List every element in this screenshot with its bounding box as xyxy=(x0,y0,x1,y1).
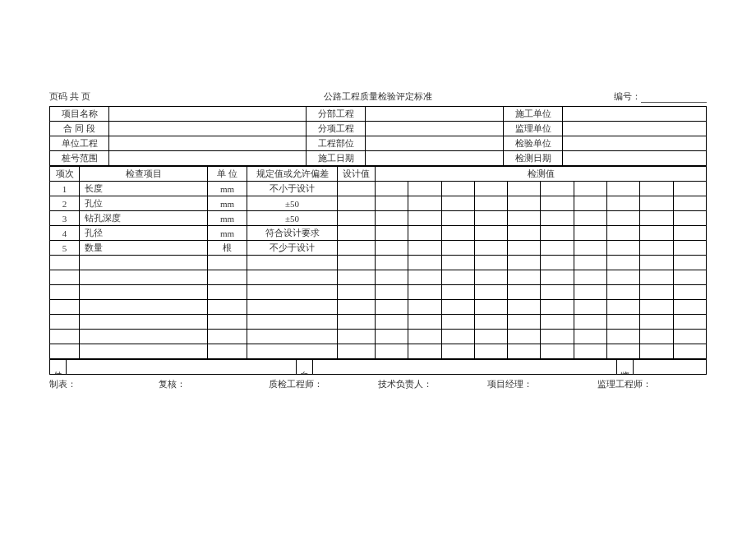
cell xyxy=(338,226,376,241)
cell xyxy=(640,330,673,344)
cell xyxy=(508,270,541,285)
page-code: 页码 共 页 xyxy=(49,90,197,103)
cell xyxy=(441,241,474,256)
table-row xyxy=(50,285,707,300)
cell xyxy=(607,315,640,330)
table-row: 3钻孔深度mm±50 xyxy=(50,211,707,226)
cell: 钻孔深度 xyxy=(80,211,208,226)
cell xyxy=(640,256,673,270)
cell: ±50 xyxy=(247,196,338,211)
cell xyxy=(338,256,376,270)
cell xyxy=(441,285,474,300)
cell xyxy=(607,226,640,241)
cell xyxy=(541,256,574,270)
cell xyxy=(574,256,606,270)
table-row xyxy=(50,344,707,359)
cell xyxy=(640,270,673,285)
cell xyxy=(376,211,408,226)
cell xyxy=(508,256,541,270)
cell xyxy=(541,315,574,330)
cell xyxy=(508,211,541,226)
cell xyxy=(640,182,673,196)
cell xyxy=(50,315,80,330)
serial-blank xyxy=(641,93,707,103)
cell xyxy=(508,196,541,211)
cell xyxy=(574,315,606,330)
cell xyxy=(376,196,408,211)
cell xyxy=(640,196,673,211)
cell xyxy=(508,315,541,330)
cell: 3 xyxy=(50,211,80,226)
cell xyxy=(441,211,474,226)
cell xyxy=(338,315,376,330)
value-project-name xyxy=(109,107,307,122)
cell: mm xyxy=(208,182,247,196)
label-stake-range: 桩号范围 xyxy=(50,151,109,166)
cell xyxy=(541,300,574,315)
cell xyxy=(607,211,640,226)
cell xyxy=(50,330,80,344)
value-unit-project xyxy=(109,136,307,151)
cell xyxy=(441,330,474,344)
cell xyxy=(541,330,574,344)
cell xyxy=(441,315,474,330)
cell xyxy=(508,300,541,315)
cell xyxy=(376,344,408,359)
cell xyxy=(208,344,247,359)
table-row xyxy=(50,300,707,315)
cell xyxy=(376,270,408,285)
label-supervision-unit: 监理单位 xyxy=(504,122,563,136)
col-measure: 检测值 xyxy=(376,167,707,182)
cell xyxy=(80,315,208,330)
col-design: 设计值 xyxy=(338,167,376,182)
cell: 5 xyxy=(50,241,80,256)
cell xyxy=(50,344,80,359)
cell xyxy=(338,196,376,211)
column-header-row: 项次 检查项目 单 位 规定值或允许偏差 设计值 检测值 xyxy=(50,167,707,182)
cell xyxy=(673,196,706,211)
cell xyxy=(408,330,441,344)
label-project-name: 项目名称 xyxy=(50,107,109,122)
cell xyxy=(673,300,706,315)
cell: ±50 xyxy=(247,211,338,226)
cell: 孔位 xyxy=(80,196,208,211)
cell xyxy=(607,196,640,211)
cell xyxy=(640,226,673,241)
cell xyxy=(474,344,507,359)
label-self-check: 自检意见 xyxy=(297,360,313,375)
cell xyxy=(673,226,706,241)
cell xyxy=(673,285,706,300)
cell xyxy=(673,315,706,330)
cell xyxy=(607,256,640,270)
table-row: 4孔径mm符合设计要求 xyxy=(50,226,707,241)
cell xyxy=(441,300,474,315)
cell xyxy=(607,285,640,300)
value-supervision-unit xyxy=(563,122,707,136)
cell xyxy=(338,300,376,315)
cell xyxy=(474,270,507,285)
footer-supervisor: 监理工程师： xyxy=(597,378,707,390)
cell xyxy=(607,241,640,256)
header-row: 合 同 段 分项工程 监理单位 xyxy=(50,122,707,136)
cell xyxy=(408,196,441,211)
cell xyxy=(338,270,376,285)
header-row: 项目名称 分部工程 施工单位 xyxy=(50,107,707,122)
value-construction-date xyxy=(366,151,504,166)
cell xyxy=(673,211,706,226)
cell xyxy=(376,285,408,300)
cell xyxy=(408,256,441,270)
cell xyxy=(338,330,376,344)
cell xyxy=(376,300,408,315)
cell xyxy=(338,344,376,359)
header-row: 单位工程 工程部位 检验单位 xyxy=(50,136,707,151)
cell xyxy=(607,300,640,315)
cell xyxy=(338,285,376,300)
cell xyxy=(640,211,673,226)
col-spec: 规定值或允许偏差 xyxy=(247,167,338,182)
cell xyxy=(474,315,507,330)
cell xyxy=(338,211,376,226)
cell xyxy=(541,211,574,226)
cell xyxy=(640,344,673,359)
cell xyxy=(376,241,408,256)
cell xyxy=(574,241,606,256)
